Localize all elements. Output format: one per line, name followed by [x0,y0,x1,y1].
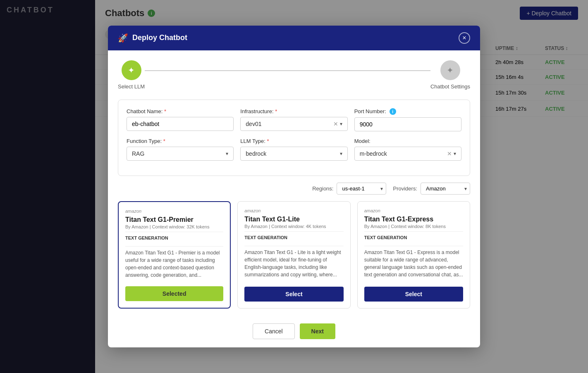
model-chevron-icon: ▾ [454,151,456,157]
providers-select[interactable]: Amazon Anthropic Meta [421,183,470,195]
model-divider-1 [244,246,343,246]
providers-label: Providers: [393,185,417,192]
model-meta-0: By Amazon | Context window: 32K tokens [125,224,223,229]
required-marker: * [267,138,269,144]
step-2-circle: ✦ [440,60,460,80]
step-chatbot-settings: ✦ Chatbot Settings [430,60,470,90]
required-marker: * [163,138,165,144]
rocket-icon: 🚀 [118,33,128,43]
steps-container: ✦ Select LLM ✦ Chatbot Settings [108,50,480,100]
chatbot-name-label: Chatbot Name: * [127,108,234,114]
function-type-group: Function Type: * RAG ▾ [127,138,234,161]
function-type-chevron-icon: ▾ [226,151,228,157]
llm-type-group: LLM Type: * bedrock ▾ [240,138,347,161]
model-divider-2 [364,246,463,246]
form-grid-bottom: Function Type: * RAG ▾ LLM Type: * [127,138,461,161]
chatbot-name-input[interactable] [127,117,234,131]
filters-row: Regions: us-east-1 us-west-2 eu-west-1 P… [118,183,470,195]
chatbot-name-group: Chatbot Name: * [127,108,234,132]
model-name-0: Titan Text G1-Premier [125,216,223,223]
model-label: Model: [354,138,461,144]
regions-select-wrapper: us-east-1 us-west-2 eu-west-1 [337,183,386,195]
model-select[interactable]: m-bedrock ✕ ▾ [354,147,461,161]
providers-filter-group: Providers: Amazon Anthropic Meta [393,183,470,195]
port-number-input[interactable] [354,117,461,131]
modal-footer: Cancel Next [108,315,480,347]
step-2-label: Chatbot Settings [430,83,470,90]
model-tag-0: TEXT GENERATION [125,232,223,240]
model-meta-2: By Amazon | Context window: 8K tokens [364,224,463,229]
function-type-select[interactable]: RAG ▾ [127,147,234,161]
llm-type-label: LLM Type: * [240,138,347,144]
model-description-2: Amazon Titan Text G1 - Express is a mode… [364,249,463,280]
card-btn-row-0: Selected [125,286,223,301]
modal-close-button[interactable]: × [459,32,470,44]
cancel-button[interactable]: Cancel [253,323,295,339]
infrastructure-select[interactable]: dev01 ✕ ▾ [240,117,347,131]
card-select-button-1[interactable]: Select [244,287,343,302]
required-marker: * [164,108,166,114]
regions-label: Regions: [312,185,333,192]
form-section: Chatbot Name: * Infrastructure: * dev01 [118,100,470,176]
card-selected-button-0[interactable]: Selected [125,286,223,301]
model-tag-2: TEXT GENERATION [364,231,463,240]
infrastructure-label: Infrastructure: * [240,108,347,114]
regions-filter-group: Regions: us-east-1 us-west-2 eu-west-1 [312,183,386,195]
modal-overlay: 🚀 Deploy Chatbot × ✦ Select LLM ✦ Chatbo… [0,0,588,373]
model-divider-0 [125,246,223,247]
model-card-1: amazon Titan Text G1-Lite By Amazon | Co… [237,201,350,309]
model-description-1: Amazon Titan Text G1 - Lite is a light w… [244,249,343,280]
modal-header: 🚀 Deploy Chatbot × [108,26,480,50]
step-select-llm: ✦ Select LLM [118,60,145,90]
model-value: m-bedrock [360,150,447,157]
llm-type-select[interactable]: bedrock ▾ [240,147,347,161]
model-card-0: amazon Titan Text G1-Premier By Amazon |… [118,201,231,309]
port-info-icon: i [390,108,396,115]
infrastructure-value: dev01 [246,121,333,127]
next-button[interactable]: Next [300,323,335,339]
model-group: Model: m-bedrock ✕ ▾ [354,138,461,161]
modal-title: 🚀 Deploy Chatbot [118,33,187,43]
provider-label-2: amazon [364,208,463,213]
model-description-0: Amazon Titan Text G1 - Premier is a mode… [125,249,223,280]
provider-label-0: amazon [125,209,223,214]
card-select-button-2[interactable]: Select [364,287,463,302]
model-cards-grid: amazon Titan Text G1-Premier By Amazon |… [118,201,470,309]
model-name-1: Titan Text G1-Lite [244,216,343,223]
function-type-value: RAG [132,150,226,157]
function-type-label: Function Type: * [127,138,234,144]
llm-type-value: bedrock [246,150,339,157]
card-btn-row-1: Select [244,287,343,302]
step-1-label: Select LLM [118,83,145,90]
infrastructure-clear-icon[interactable]: ✕ [333,121,338,127]
required-marker: * [275,108,277,114]
providers-select-wrapper: Amazon Anthropic Meta [421,183,470,195]
infrastructure-chevron-icon: ▾ [340,121,342,127]
model-name-2: Titan Text G1-Express [364,216,463,223]
regions-select[interactable]: us-east-1 us-west-2 eu-west-1 [337,183,386,195]
model-card-2: amazon Titan Text G1-Express By Amazon |… [357,201,470,309]
llm-type-chevron-icon: ▾ [340,151,342,157]
provider-label-1: amazon [244,208,343,213]
card-btn-row-2: Select [364,287,463,302]
port-number-group: Port Number: i [354,108,461,132]
step-connector [145,70,430,71]
deploy-chatbot-modal: 🚀 Deploy Chatbot × ✦ Select LLM ✦ Chatbo… [108,26,480,348]
step-1-circle: ✦ [122,60,141,80]
infrastructure-group: Infrastructure: * dev01 ✕ ▾ [240,108,347,132]
form-grid-top: Chatbot Name: * Infrastructure: * dev01 [127,108,461,132]
cards-area: Regions: us-east-1 us-west-2 eu-west-1 P… [108,176,480,315]
model-tag-1: TEXT GENERATION [244,231,343,240]
port-number-label: Port Number: i [354,108,461,115]
model-meta-1: By Amazon | Context window: 4K tokens [244,224,343,229]
model-clear-icon[interactable]: ✕ [447,150,452,157]
